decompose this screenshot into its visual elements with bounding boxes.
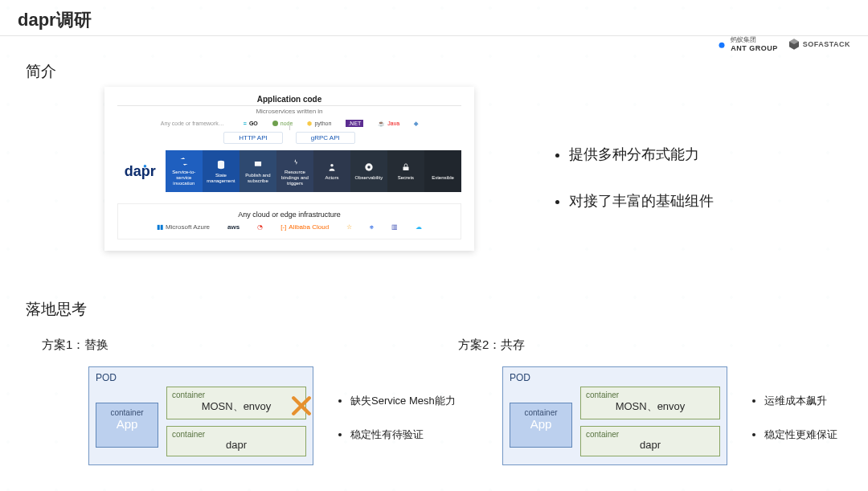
sofastack-logo: SOFASTACK <box>788 38 850 51</box>
cloud-edge: ▥ <box>391 223 398 231</box>
container-label: container <box>586 430 714 439</box>
cloud-gcp: ◔ <box>257 223 263 231</box>
dapr-name: dapr <box>586 439 714 451</box>
block-state: State management <box>203 150 240 192</box>
block-bindings: Resource bindings and triggers <box>276 150 313 192</box>
dapr-container-box: container dapr <box>580 426 720 456</box>
lang-go: =GO <box>244 121 258 126</box>
container-label: container <box>172 391 301 399</box>
mosn-envoy-name: MOSN、envoy <box>586 399 714 414</box>
pod-label: POD <box>96 372 306 383</box>
app-name: App <box>96 417 158 431</box>
app-container-box: container App <box>510 403 572 448</box>
langs-lead: Any code or framework… <box>161 121 224 126</box>
ms-heading: Microservices written in <box>117 105 461 115</box>
block-service-invocation: Service-to- service invocation <box>166 150 203 192</box>
container-label: container <box>586 391 714 399</box>
intro-bullet-2: 对接了丰富的基础组件 <box>569 191 714 211</box>
ant-en: ANT GROUP <box>731 44 778 52</box>
building-blocks-row: Service-to- service invocation State man… <box>166 150 461 192</box>
scheme1-bullets: 缺失Service Mesh能力 稳定性有待验证 <box>338 394 456 461</box>
dapr-architecture-figure: Application code Microservices written i… <box>104 87 474 251</box>
scheme1-bullet-1: 缺失Service Mesh能力 <box>350 394 456 408</box>
lang-java: ☕Java <box>378 121 399 127</box>
cloud-azure: ▮▮Microsoft Azure <box>157 223 210 231</box>
block-pubsub: Publish and subscribe <box>240 150 276 192</box>
scheme1-heading: 方案1：替换 <box>42 338 108 353</box>
dapr-brand: dapr <box>117 163 156 180</box>
block-actors: Actors <box>313 150 350 192</box>
mosn-envoy-box: container MOSN、envoy <box>580 387 720 419</box>
mosn-envoy-name: MOSN、envoy <box>172 399 301 414</box>
cloud-aws: aws <box>227 223 240 231</box>
cloud-infra-row: Any cloud or edge infrastructure ▮▮Micro… <box>117 203 461 239</box>
ant-cn: 蚂蚁集团 <box>731 35 778 44</box>
landing-heading: 落地思考 <box>26 299 87 320</box>
block-secrets: Secrets <box>387 150 424 192</box>
sofa-text: SOFASTACK <box>803 40 850 48</box>
svg-point-5 <box>367 166 371 169</box>
scheme2-bullet-1: 运维成本飙升 <box>764 394 837 408</box>
ant-group-logo: 蚂蚁集团 ANT GROUP <box>716 35 778 52</box>
svg-rect-6 <box>403 166 408 170</box>
scheme2-pod: POD container App container MOSN、envoy c… <box>502 366 727 465</box>
container-label: container <box>510 408 571 417</box>
container-label: container <box>96 408 158 417</box>
cross-out-icon <box>291 395 312 416</box>
cloud-onprem: ☆ <box>346 223 352 231</box>
mosn-envoy-box-crossed: container MOSN、envoy <box>166 387 306 419</box>
block-extensible: Extensible <box>424 150 461 192</box>
cloud-alibaba: [-]Alibaba Cloud <box>280 223 329 231</box>
scheme2-bullets: 运维成本飙升 稳定性更难保证 <box>751 394 837 461</box>
block-observability: Observability <box>350 150 387 192</box>
dapr-name: dapr <box>172 439 301 451</box>
svg-point-3 <box>330 164 334 167</box>
svg-point-0 <box>719 42 725 47</box>
cube-icon <box>788 38 800 51</box>
cloud-heading: Any cloud or edge infrastructure <box>126 211 452 219</box>
slide-title: dapr调研 <box>18 8 92 32</box>
dapr-container-box: container dapr <box>166 426 306 456</box>
lang-dotnet: .NET <box>346 120 363 127</box>
lang-python: ⬢python <box>307 121 331 127</box>
svg-rect-2 <box>255 162 261 166</box>
api-row: HTTP API gRPC API <box>117 132 461 144</box>
intro-bullets: 提供多种分布式能力 对接了丰富的基础组件 <box>555 145 714 238</box>
pod-label: POD <box>510 372 720 383</box>
scheme2-bullet-2: 稳定性更难保证 <box>764 428 837 442</box>
lang-cpp: ◆ <box>414 121 418 127</box>
app-name: App <box>510 417 571 431</box>
ant-icon <box>716 39 727 50</box>
scheme2-heading: 方案2：共存 <box>458 338 525 353</box>
cloud-k8s: ⎈ <box>370 223 374 231</box>
container-label: container <box>172 430 301 439</box>
http-api-box: HTTP API <box>223 132 282 144</box>
intro-bullet-1: 提供多种分布式能力 <box>569 145 714 164</box>
scheme1-pod: POD container App container MOSN、envoy c… <box>88 366 313 465</box>
scheme1-bullet-2: 稳定性有待验证 <box>350 428 456 442</box>
cloud-generic: ☁ <box>416 223 422 231</box>
app-code-heading: Application code <box>117 95 461 104</box>
intro-heading: 简介 <box>26 61 56 82</box>
vendor-logos: 蚂蚁集团 ANT GROUP SOFASTACK <box>716 35 850 52</box>
grpc-api-box: gRPC API <box>296 132 355 144</box>
app-container-box: container App <box>96 403 158 448</box>
